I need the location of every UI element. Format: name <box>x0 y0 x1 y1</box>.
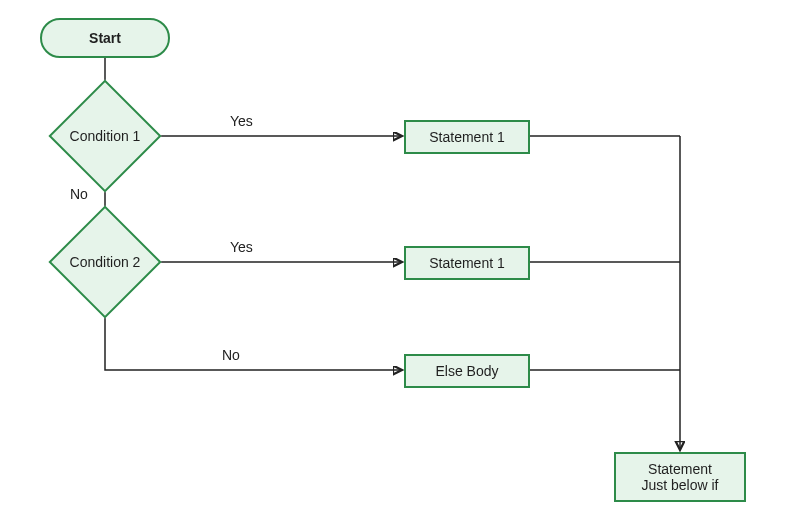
flowchart-canvas: Start Condition 1 Condition 2 Statement … <box>0 0 800 524</box>
statement-1b-label: Statement 1 <box>429 255 505 271</box>
else-body-node: Else Body <box>404 354 530 388</box>
condition-1-label: Condition 1 <box>70 128 141 144</box>
final-statement-label: Statement Just below if <box>641 461 718 493</box>
condition-2-label: Condition 2 <box>70 254 141 270</box>
start-node: Start <box>40 18 170 58</box>
else-body-label: Else Body <box>435 363 498 379</box>
edge-label-cond1-yes: Yes <box>230 113 253 129</box>
statement-1a-label: Statement 1 <box>429 129 505 145</box>
statement-1a-node: Statement 1 <box>404 120 530 154</box>
edge-label-cond2-yes: Yes <box>230 239 253 255</box>
statement-1b-node: Statement 1 <box>404 246 530 280</box>
final-statement-node: Statement Just below if <box>614 452 746 502</box>
decision-condition-1: Condition 1 <box>65 96 145 176</box>
decision-condition-2: Condition 2 <box>65 222 145 302</box>
start-label: Start <box>89 30 121 46</box>
edge-label-cond1-no: No <box>70 186 88 202</box>
edge-label-cond2-no: No <box>222 347 240 363</box>
